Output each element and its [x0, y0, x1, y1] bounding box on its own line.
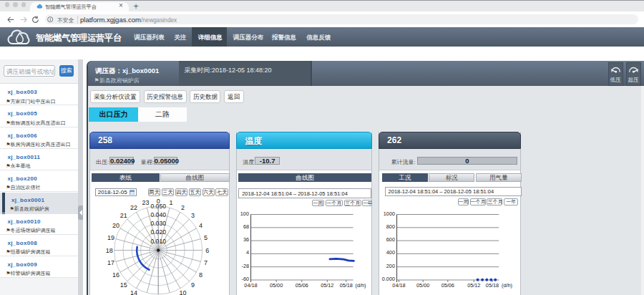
- svg-text:68: 68: [243, 223, 249, 230]
- svg-text:05/18: 05/18: [485, 282, 498, 289]
- svg-text:05/06: 05/06: [441, 282, 454, 289]
- svg-text:(d/h): (d/h): [502, 282, 512, 289]
- svg-text:05/00: 05/00: [416, 282, 429, 289]
- svg-text:05/12: 05/12: [467, 282, 480, 289]
- svg-text:4: 4: [246, 249, 249, 256]
- svg-text:1000: 1000: [383, 211, 394, 217]
- svg-text:200: 200: [386, 263, 394, 269]
- svg-text:36: 36: [243, 236, 249, 243]
- svg-text:600: 600: [386, 236, 394, 243]
- svg-text:-28: -28: [241, 263, 249, 269]
- svg-text:400: 400: [386, 249, 394, 256]
- svg-text:05/00: 05/00: [270, 282, 283, 289]
- svg-text:800: 800: [386, 223, 394, 230]
- svg-text:05/18: 05/18: [339, 282, 352, 289]
- svg-text:(d/h): (d/h): [355, 282, 366, 289]
- svg-text:04/18: 04/18: [244, 282, 257, 289]
- svg-text:100: 100: [240, 211, 249, 217]
- svg-text:05/12: 05/12: [321, 282, 333, 289]
- svg-text:05/06: 05/06: [295, 282, 308, 289]
- svg-text:04/18: 04/18: [392, 282, 405, 289]
